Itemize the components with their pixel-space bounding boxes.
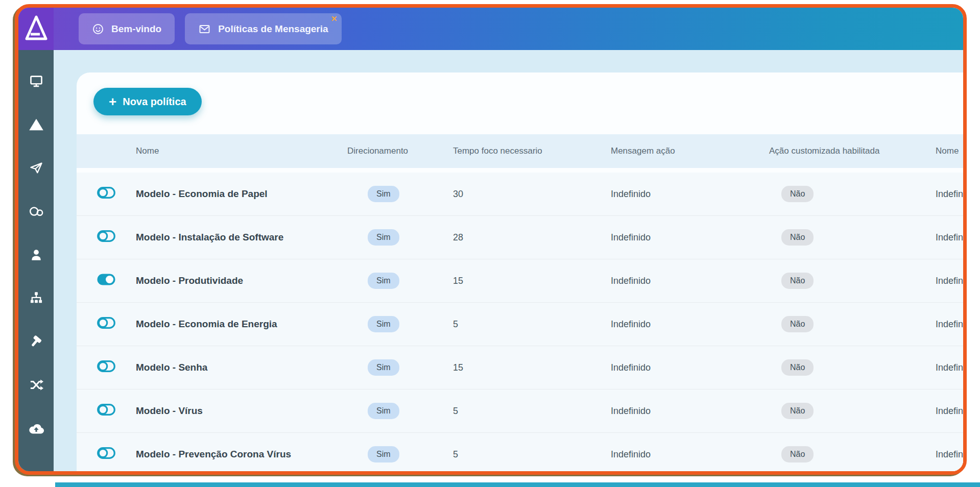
sidebar-item-cloud-upload[interactable]: [29, 421, 44, 436]
table-row[interactable]: Modelo - Economia de Energia Sim 5 Indef…: [77, 303, 963, 346]
sidebar-item-person[interactable]: [29, 247, 44, 262]
smiley-icon: [92, 23, 104, 35]
policies-card: + Nova política Nome Direcionamento Temp…: [77, 72, 963, 471]
mensagem-acao-value: Indefinido: [611, 232, 769, 243]
policy-toggle[interactable]: [97, 187, 115, 199]
tempo-foco-value: 15: [453, 276, 611, 286]
tab-politicas-de-mensageria[interactable]: Políticas de Mensageria ✕: [185, 13, 341, 44]
tab-label: Bem-vindo: [111, 23, 161, 35]
column-header-tempo-foco: Tempo foco necessario: [453, 146, 611, 156]
policy-name: Modelo - Produtividade: [136, 275, 347, 286]
policy-name: Modelo - Senha: [136, 362, 347, 373]
sidebar: [18, 50, 54, 471]
policy-name: Modelo - Vírus: [136, 405, 347, 417]
policy-toggle[interactable]: [97, 317, 115, 329]
paper-plane-icon: [29, 161, 43, 175]
triangle-logo-icon: [25, 15, 48, 43]
tempo-foco-value: 5: [453, 319, 611, 330]
tab-label: Políticas de Mensageria: [218, 23, 328, 35]
direcionamento-badge: Sim: [368, 403, 399, 419]
app-logo[interactable]: [18, 8, 54, 50]
acao-customizada-badge: Não: [781, 229, 814, 246]
sidebar-item-cloud-loops[interactable]: [29, 204, 44, 219]
mensagem-acao-value: Indefinido: [611, 362, 769, 373]
mensagem-acao-value: Indefinido: [611, 449, 769, 460]
column-header-mensagem-acao: Mensagem ação: [611, 146, 769, 156]
table-row[interactable]: Modelo - Senha Sim 15 Indefinido Não Ind…: [77, 346, 963, 389]
policies-table: Modelo - Economia de Papel Sim 30 Indefi…: [77, 173, 963, 471]
nome-2-value: Indefinido: [936, 319, 963, 330]
table-row[interactable]: Modelo - Prevenção Corona Vírus Sim 5 In…: [77, 433, 963, 471]
app-window: Bem-vindo Políticas de Mensageria ✕: [15, 4, 967, 475]
direcionamento-badge: Sim: [368, 316, 399, 332]
nome-2-value: Indefinido: [936, 362, 963, 373]
acao-customizada-badge: Não: [781, 446, 814, 462]
direcionamento-badge: Sim: [368, 273, 399, 289]
policy-name: Modelo - Instalação de Software: [136, 232, 347, 243]
sidebar-item-monitor[interactable]: [29, 74, 44, 89]
policy-toggle[interactable]: [97, 230, 115, 242]
org-chart-icon: [29, 291, 43, 305]
nome-2-value: Indefinido: [936, 406, 963, 417]
sidebar-item-shuffle[interactable]: [29, 377, 44, 393]
mensagem-acao-value: Indefinido: [611, 406, 769, 417]
policy-name: Modelo - Prevenção Corona Vírus: [136, 449, 347, 460]
sidebar-item-hammer[interactable]: [29, 334, 44, 349]
close-icon[interactable]: ✕: [331, 15, 338, 22]
column-header-acao-customizada: Ação customizada habilitada: [769, 146, 936, 156]
sidebar-item-org-chart[interactable]: [29, 290, 44, 306]
column-header-direcionamento: Direcionamento: [347, 146, 453, 156]
policy-name: Modelo - Economia de Papel: [136, 188, 347, 200]
table-row[interactable]: Modelo - Instalação de Software Sim 28 I…: [77, 216, 963, 259]
column-header-nome: Nome: [136, 146, 347, 156]
policy-toggle[interactable]: [97, 360, 115, 372]
policy-toggle[interactable]: [97, 447, 115, 459]
table-header: Nome Direcionamento Tempo foco necessari…: [77, 134, 963, 168]
tab-bar: Bem-vindo Políticas de Mensageria ✕: [79, 13, 342, 44]
policy-toggle[interactable]: [97, 404, 115, 416]
tempo-foco-value: 28: [453, 232, 611, 243]
policy-toggle[interactable]: [97, 274, 115, 285]
direcionamento-badge: Sim: [368, 359, 399, 376]
table-row[interactable]: Modelo - Produtividade Sim 15 Indefinido…: [77, 259, 963, 303]
tempo-foco-value: 15: [453, 362, 611, 373]
shuffle-icon: [29, 378, 43, 392]
column-header-nome-2: Nome: [936, 146, 963, 156]
direcionamento-badge: Sim: [368, 186, 399, 202]
cloud-upload-icon: [29, 422, 44, 435]
table-row[interactable]: Modelo - Vírus Sim 5 Indefinido Não Inde…: [77, 389, 963, 433]
main-content: + Nova política Nome Direcionamento Temp…: [54, 50, 963, 471]
new-policy-label: Nova política: [123, 96, 186, 108]
nome-2-value: Indefinido: [936, 276, 963, 286]
acao-customizada-badge: Não: [781, 359, 814, 376]
tempo-foco-value: 30: [453, 189, 611, 200]
envelope-icon: [198, 23, 211, 35]
cloud-loops-icon: [29, 205, 44, 218]
tempo-foco-value: 5: [453, 406, 611, 417]
tab-bem-vindo[interactable]: Bem-vindo: [79, 13, 175, 44]
monitor-icon: [29, 74, 43, 88]
top-bar: Bem-vindo Políticas de Mensageria ✕: [18, 8, 963, 50]
sidebar-item-paper-plane[interactable]: [29, 160, 44, 176]
person-icon: [30, 248, 43, 261]
acao-customizada-badge: Não: [781, 316, 814, 332]
table-row[interactable]: Modelo - Economia de Papel Sim 30 Indefi…: [77, 173, 963, 216]
hammer-icon: [29, 334, 43, 349]
nome-2-value: Indefinido: [936, 232, 963, 243]
direcionamento-badge: Sim: [368, 446, 399, 462]
mensagem-acao-value: Indefinido: [611, 276, 769, 286]
bottom-page-strip: [55, 482, 980, 487]
nome-2-value: Indefinido: [936, 449, 963, 460]
new-policy-button[interactable]: + Nova política: [93, 88, 202, 115]
nome-2-value: Indefinido: [936, 189, 963, 200]
sidebar-item-triangle[interactable]: [29, 117, 44, 132]
mensagem-acao-value: Indefinido: [611, 189, 769, 200]
policy-name: Modelo - Economia de Energia: [136, 319, 347, 330]
acao-customizada-badge: Não: [781, 403, 814, 419]
mensagem-acao-value: Indefinido: [611, 319, 769, 330]
tempo-foco-value: 5: [453, 449, 611, 460]
direcionamento-badge: Sim: [368, 229, 399, 246]
triangle-icon: [29, 117, 44, 132]
acao-customizada-badge: Não: [781, 186, 814, 202]
acao-customizada-badge: Não: [781, 273, 814, 289]
